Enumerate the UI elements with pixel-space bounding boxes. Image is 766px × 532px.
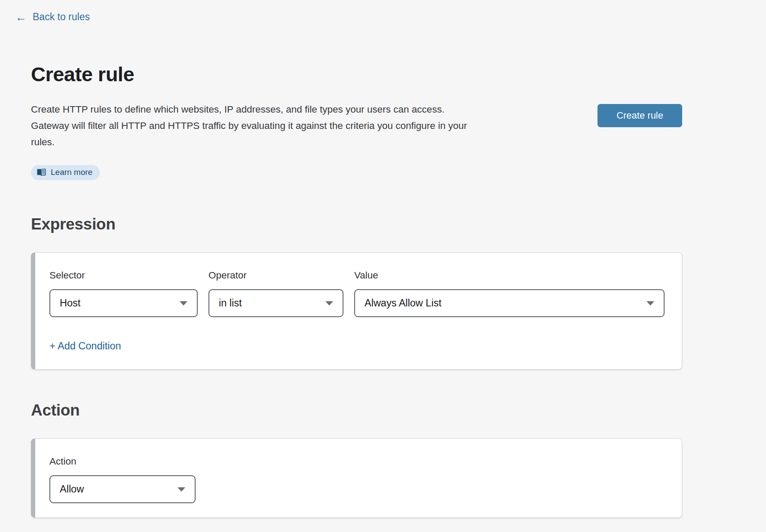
operator-field: Operator in list (208, 270, 343, 317)
action-select[interactable]: Allow (49, 475, 196, 503)
selector-label: Selector (49, 270, 198, 281)
selector-field: Selector Host (49, 270, 198, 317)
page-description: Create HTTP rules to define which websit… (31, 101, 469, 150)
selector-select[interactable]: Host (49, 289, 198, 317)
operator-selected-value: in list (219, 297, 242, 309)
chevron-down-icon (178, 487, 185, 492)
action-section-title: Action (31, 401, 682, 419)
add-condition-link[interactable]: + Add Condition (49, 340, 121, 352)
operator-select[interactable]: in list (208, 289, 343, 317)
action-label: Action (49, 456, 196, 467)
create-rule-button[interactable]: Create rule (597, 104, 682, 127)
expression-card: Selector Host Operator in list (31, 252, 682, 370)
chevron-down-icon (647, 301, 654, 306)
intro-row: Create HTTP rules to define which websit… (31, 101, 682, 150)
value-select[interactable]: Always Allow List (354, 289, 665, 317)
chevron-down-icon (180, 301, 187, 306)
value-label: Value (354, 270, 665, 281)
learn-more-label: Learn more (51, 168, 92, 177)
value-field: Value Always Allow List (354, 270, 665, 317)
value-selected-value: Always Allow List (365, 297, 441, 309)
chevron-down-icon (325, 301, 333, 306)
learn-more-chip[interactable]: Learn more (31, 165, 100, 180)
operator-label: Operator (208, 270, 343, 281)
action-selected-value: Allow (60, 483, 84, 495)
expression-section-title: Expression (31, 215, 682, 233)
book-open-icon (37, 168, 46, 176)
arrow-left-icon: ← (15, 12, 27, 23)
back-link-label: Back to rules (33, 11, 90, 23)
action-field: Action Allow (49, 456, 196, 503)
expression-section: Expression Selector Host Operator in lis… (31, 215, 682, 370)
page-title: Create rule (31, 62, 682, 86)
selector-selected-value: Host (60, 297, 80, 309)
action-card: Action Allow (31, 438, 682, 518)
create-rule-page: ← Back to rules Create rule Create HTTP … (0, 0, 766, 518)
back-to-rules-link[interactable]: ← Back to rules (15, 11, 90, 23)
action-section: Action Action Allow (31, 401, 682, 518)
